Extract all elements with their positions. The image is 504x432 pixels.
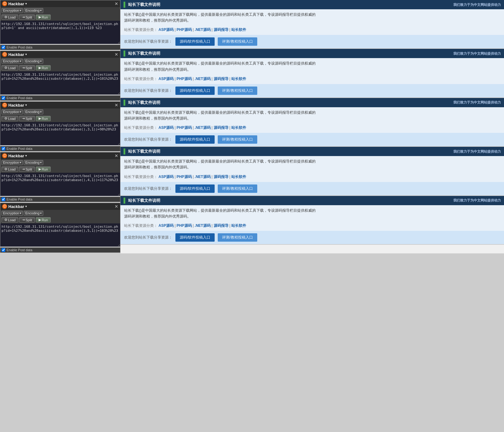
cta-btn2[interactable]: 评测/教程投稿入口 [218,87,257,95]
split-button[interactable]: ⇥ Split [19,15,35,20]
site-link-1[interactable]: ASP源码 [158,28,174,32]
site-links-prefix: 站长下载资源分类： [124,125,158,130]
run-button[interactable]: ▶ Run [36,217,51,222]
site-header-subtitle: 我们致力于为中文网站提供动力 [453,2,501,7]
site-link-3[interactable]: .NET源码 [195,125,210,130]
site-header: 站长下载文件说明 我们致力于为中文网站提供动力 [120,98,504,107]
cta-prefix: 欢迎您到站长下载分享资源： [124,235,172,240]
run-button[interactable]: ▶ Run [36,15,51,20]
site-link-3[interactable]: .NET源码 [195,223,210,228]
encryption-dropdown[interactable]: Encryption ▾ [2,8,23,13]
site-link-4[interactable]: 源码报导 [214,125,229,130]
split-button[interactable]: ⇥ Split [19,65,35,70]
split-icon: ⇥ [22,66,25,70]
site-content-line2: 源码评测和教程，推荐国内外优秀源码。 [124,116,500,121]
run-label: Run [42,167,48,171]
encoding-dropdown[interactable]: Encoding ▾ [24,59,43,64]
split-button[interactable]: ⇥ Split [19,217,35,222]
site-link-5[interactable]: 站长软件 [231,175,246,179]
encryption-dropdown[interactable]: Encryption ▾ [2,211,23,216]
hackbar-logo-icon: ⓘ [2,1,7,6]
hackbar-textarea[interactable]: http://192.168.31.131/control/sqlinject/… [0,122,120,145]
cta-btn2[interactable]: 评测/教程投稿入口 [218,233,257,242]
site-links: 站长下载资源分类： ASP源码 | PHP源码 | .NET源码 | 源码报导 … [120,222,504,231]
encryption-dropdown[interactable]: Encryption ▾ [2,160,23,165]
cta-btn2[interactable]: 评测/教程投稿入口 [218,135,257,144]
site-title-text: 站长下载文件说明 [128,149,160,154]
enable-post-checkbox[interactable] [2,248,5,252]
run-button[interactable]: ▶ Run [36,116,51,121]
load-icon: ⚙ [4,218,7,222]
link-separator: | [212,28,212,32]
enable-post-checkbox[interactable] [2,197,5,201]
cta-btn1[interactable]: 源码/软件投稿入口 [175,184,215,193]
hackbar-close-button[interactable]: ✕ [115,153,118,158]
site-link-3[interactable]: .NET源码 [195,77,210,81]
site-header-title: 站长下载文件说明 [124,100,160,105]
site-link-1[interactable]: ASP源码 [158,125,174,130]
encryption-dropdown[interactable]: Encryption ▾ [2,109,23,114]
site-links: 站长下载资源分类： ASP源码 | PHP源码 | .NET源码 | 源码报导 … [120,173,504,182]
split-button[interactable]: ⇥ Split [19,167,35,172]
encoding-dropdown[interactable]: Encoding ▾ [24,211,43,216]
hackbar-panel: ⓘ Hackbar ▾ ✕ Encryption ▾ Encoding ▾ ⚙ … [0,0,120,253]
run-icon: ▶ [39,66,41,70]
site-link-1[interactable]: ASP源码 [158,223,174,228]
cta-btn1[interactable]: 源码/软件投稿入口 [175,37,215,46]
site-content-line1: 站长下载()是中国最大的站长类资源下载网站，提供最新最全的源码和站长类工具下载，… [124,110,500,116]
run-button[interactable]: ▶ Run [36,167,51,172]
site-link-3[interactable]: .NET源码 [195,28,210,32]
enable-post-checkbox[interactable] [2,96,5,100]
hackbar-textarea[interactable]: http://192.168.31.131/control/sqlinject/… [0,173,120,196]
site-link-2[interactable]: PHP源码 [177,28,192,32]
link-separator: | [229,125,230,130]
site-link-2[interactable]: PHP源码 [177,175,192,179]
encoding-dropdown[interactable]: Encoding ▾ [24,109,43,114]
site-link-2[interactable]: PHP源码 [177,77,192,81]
cta-btn1[interactable]: 源码/软件投稿入口 [175,87,215,95]
site-link-4[interactable]: 源码报导 [214,223,229,228]
site-link-4[interactable]: 源码报导 [214,77,229,81]
split-button[interactable]: ⇥ Split [19,116,35,121]
site-panel: 站长下载文件说明 我们致力于为中文网站提供动力 站长下载()是中国最大的站长类资… [120,0,504,253]
cta-btn2[interactable]: 评测/教程投稿入口 [218,37,257,46]
site-link-4[interactable]: 源码报导 [214,175,229,179]
enable-post-checkbox[interactable] [2,147,5,150]
hackbar-close-button[interactable]: ✕ [115,52,118,57]
load-button[interactable]: ⚙ Load [2,167,18,172]
load-button[interactable]: ⚙ Load [2,116,18,121]
hackbar-close-button[interactable]: ✕ [115,204,118,209]
hackbar-close-button[interactable]: ✕ [115,1,118,6]
cta-btn2[interactable]: 评测/教程投稿入口 [218,184,257,193]
site-link-2[interactable]: PHP源码 [177,223,192,228]
site-link-1[interactable]: ASP源码 [158,175,174,179]
hackbar-textarea[interactable]: http://192.168.31.131/control/sqlinject/… [0,223,120,247]
encoding-dropdown[interactable]: Encoding ▾ [24,160,43,165]
hackbar-title-left: ⓘ Hackbar ▾ [2,1,27,6]
hackbar-textarea[interactable]: http://192.168.31.131/control/sqlinject/… [0,21,120,44]
load-button[interactable]: ⚙ Load [2,217,18,222]
run-icon: ▶ [39,116,41,121]
split-label: Split [25,167,32,171]
hackbar-textarea[interactable]: http://192.168.31.131/control/sqlinject/… [0,71,120,95]
cta-btn1[interactable]: 源码/软件投稿入口 [175,233,215,242]
site-link-3[interactable]: .NET源码 [195,175,210,179]
hackbar-chevron-icon: ▾ [25,104,27,107]
site-link-5[interactable]: 站长软件 [231,223,246,228]
load-button[interactable]: ⚙ Load [2,15,18,20]
load-label: Load [8,66,15,70]
site-link-5[interactable]: 站长软件 [231,125,246,130]
site-link-4[interactable]: 源码报导 [214,28,229,32]
site-link-2[interactable]: PHP源码 [177,125,192,130]
encoding-dropdown[interactable]: Encoding ▾ [24,8,43,13]
site-link-1[interactable]: ASP源码 [158,77,174,81]
site-link-5[interactable]: 站长软件 [231,77,246,81]
enable-post-checkbox[interactable] [2,45,5,49]
load-button[interactable]: ⚙ Load [2,65,18,70]
cta-btn1[interactable]: 源码/软件投稿入口 [175,135,215,144]
run-button[interactable]: ▶ Run [36,65,51,70]
hackbar-close-button[interactable]: ✕ [115,103,118,108]
encryption-dropdown[interactable]: Encryption ▾ [2,59,23,64]
site-content-line1: 站长下载()是中国最大的站长类资源下载网站，提供最新最全的源码和站长类工具下载，… [124,208,500,214]
site-link-5[interactable]: 站长软件 [231,28,246,32]
